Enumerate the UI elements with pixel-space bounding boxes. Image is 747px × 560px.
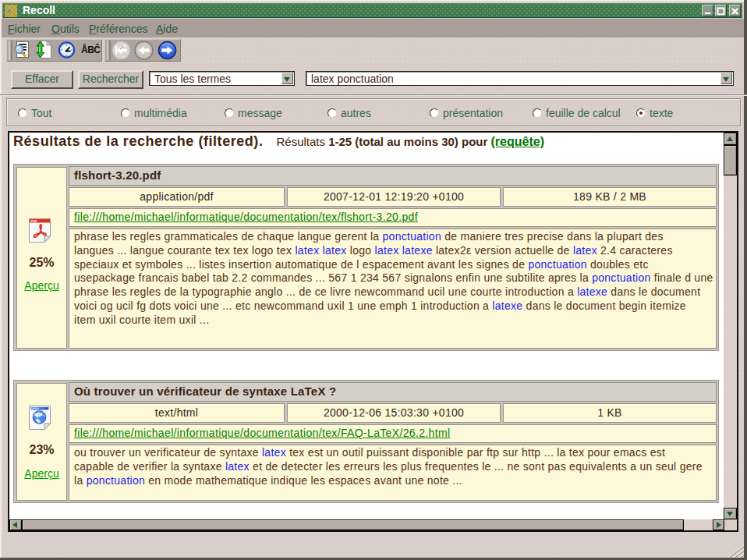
svg-text:PDF: PDF bbox=[30, 218, 37, 222]
